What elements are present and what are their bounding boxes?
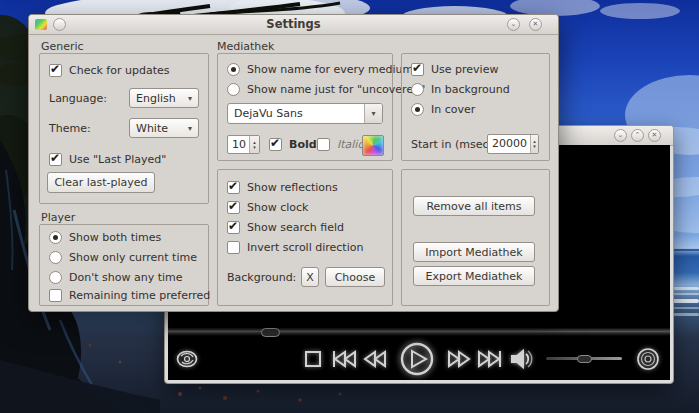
spinner-value: 20000 [488, 135, 530, 153]
seek-slider[interactable] [168, 328, 670, 336]
vinyl-icon[interactable] [636, 347, 660, 371]
start-in-spinner[interactable]: 20000 ▴▾ [487, 134, 539, 154]
radio-label: In background [431, 83, 510, 96]
checkbox[interactable]: ✔ [227, 181, 240, 194]
radio-label: Show name just for "uncovered" [247, 83, 425, 96]
radio-show-current-time[interactable]: Show only current time [49, 251, 197, 264]
volume-slider-handle[interactable] [577, 355, 592, 363]
spin-down-icon[interactable]: ▾ [533, 144, 536, 149]
checkbox[interactable] [49, 289, 62, 302]
group-label-mediathek: Mediathek [217, 40, 274, 53]
language-select[interactable]: English ▾ [129, 88, 199, 108]
invert-scroll-direction[interactable]: Invert scroll direction [227, 241, 363, 254]
seek-slider-handle[interactable] [261, 328, 280, 337]
radio-no-time[interactable]: Don't show any time [49, 271, 183, 284]
radio[interactable] [49, 231, 62, 244]
radio-name-uncovered[interactable]: Show name just for "uncovered" [227, 83, 425, 96]
close-icon: ✕ [533, 20, 539, 28]
player-logo-icon[interactable] [176, 348, 198, 370]
radio-in-cover[interactable]: In cover [411, 103, 475, 116]
radio-in-background[interactable]: In background [411, 83, 510, 96]
radio-show-both-times[interactable]: Show both times [49, 231, 161, 244]
close-icon: ✕ [652, 131, 658, 139]
checkbox[interactable]: ✔ [227, 221, 240, 234]
checkbox-label: Remaining time preferred [69, 289, 210, 302]
radio-label: Show only current time [69, 251, 197, 264]
desktop: ⌄ ⌃ ✕ [0, 0, 699, 413]
show-reflections[interactable]: ✔ Show reflections [227, 181, 338, 194]
chevron-down-icon: ⌄ [511, 20, 517, 28]
chevron-down-icon: ▾ [188, 94, 192, 103]
check-icon: ✔ [228, 199, 238, 213]
checkbox-label: Check for updates [69, 64, 169, 77]
radio-label: In cover [431, 103, 475, 116]
export-mediathek-button[interactable]: Export Mediathek [413, 266, 535, 286]
italic-checkbox-row[interactable]: Italic [317, 138, 363, 151]
radio-name-every-medium[interactable]: Show name for every medium [227, 63, 413, 76]
selected-value: White [136, 122, 168, 135]
checkbox[interactable] [227, 241, 240, 254]
rewind-button[interactable] [363, 350, 387, 368]
selected-value: DejaVu Sans [228, 107, 309, 120]
check-for-updates[interactable]: ✔ Check for updates [49, 64, 169, 77]
bold-checkbox-row[interactable]: ✔ Bold [269, 138, 317, 151]
use-last-played[interactable]: ✔ Use "Last Played" [49, 153, 166, 166]
play-button[interactable] [399, 341, 435, 377]
checkbox[interactable]: ✔ [49, 64, 62, 77]
import-mediathek-button[interactable]: Import Mediathek [413, 242, 535, 262]
dropdown-button[interactable]: ▾ [364, 104, 382, 123]
theme-label: Theme: [49, 122, 91, 135]
start-in-label: Start in (msec): [411, 138, 496, 151]
shade-button[interactable]: ⌄ [507, 18, 520, 31]
chevron-up-icon: ⌃ [635, 131, 641, 139]
font-size-spinner[interactable]: 10 ▴▾ [227, 135, 260, 154]
font-family-select[interactable]: DejaVu Sans ▾ [227, 103, 383, 124]
checkbox[interactable] [317, 138, 330, 151]
radio[interactable] [49, 271, 62, 284]
volume-icon[interactable] [510, 348, 534, 370]
theme-select[interactable]: White ▾ [129, 118, 199, 138]
skip-back-button[interactable] [331, 349, 357, 369]
radio-label: Show both times [69, 231, 161, 244]
check-icon: ✔ [270, 136, 280, 150]
show-clock[interactable]: ✔ Show clock [227, 201, 308, 214]
radio[interactable] [411, 103, 424, 116]
checkbox[interactable]: ✔ [227, 201, 240, 214]
checkbox-label: Show clock [247, 201, 308, 214]
radio[interactable] [411, 83, 424, 96]
checkbox[interactable]: ✔ [411, 63, 424, 76]
close-button[interactable]: ✕ [529, 18, 542, 31]
background-choose-button[interactable]: Choose [325, 267, 385, 287]
stop-button[interactable] [304, 350, 322, 368]
font-color-picker-button[interactable] [362, 135, 384, 156]
show-search-field[interactable]: ✔ Show search field [227, 221, 344, 234]
chevron-down-icon: ▾ [188, 124, 192, 133]
checkbox-label: Use "Last Played" [69, 153, 166, 166]
unshade-button[interactable]: ⌃ [631, 129, 644, 142]
shade-button[interactable]: ⌄ [614, 129, 627, 142]
remove-all-items-button[interactable]: Remove all items [413, 196, 535, 216]
selected-value: English [136, 92, 176, 105]
radio-label: Show name for every medium [247, 63, 413, 76]
remaining-time-preferred[interactable]: Remaining time preferred [49, 289, 210, 302]
checkbox[interactable]: ✔ [269, 138, 282, 151]
spinner-value: 10 [228, 136, 249, 153]
radio[interactable] [227, 83, 240, 96]
background-clear-button[interactable]: X [301, 267, 319, 287]
close-button[interactable]: ✕ [648, 129, 661, 142]
spin-down-icon[interactable]: ▾ [253, 145, 256, 150]
radio-label: Don't show any time [69, 271, 183, 284]
settings-titlebar[interactable]: Settings ⌄ ✕ [29, 15, 558, 35]
use-preview[interactable]: ✔ Use preview [411, 63, 498, 76]
radio[interactable] [49, 251, 62, 264]
background-label: Background: [227, 271, 296, 284]
check-icon: ✔ [50, 62, 60, 76]
clear-last-played-button[interactable]: Clear last-played [47, 172, 155, 193]
checkbox-label: Invert scroll direction [247, 241, 363, 254]
language-label: Language: [49, 92, 107, 105]
chevron-down-icon: ▾ [371, 109, 375, 118]
skip-forward-button[interactable] [477, 349, 503, 369]
fast-forward-button[interactable] [447, 350, 471, 368]
checkbox[interactable]: ✔ [49, 153, 62, 166]
radio[interactable] [227, 63, 240, 76]
